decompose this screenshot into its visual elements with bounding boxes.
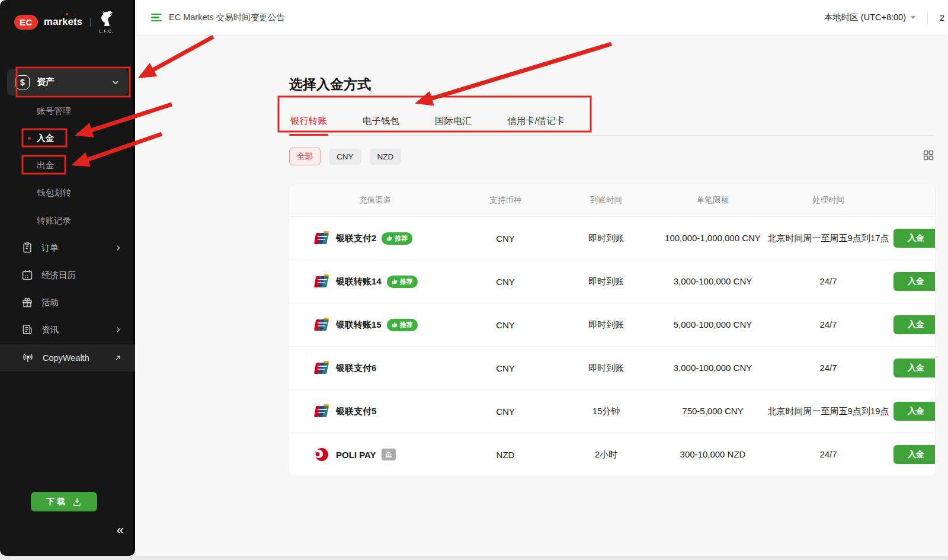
channel-name: 银联支付5 bbox=[336, 406, 376, 417]
news-icon bbox=[21, 324, 33, 335]
sidebar: EC markets | L.F.C. $ 资产 账号管理 入金 出金 钱包划转… bbox=[0, 0, 135, 556]
table-row: 银联转账14 推荐 CNY 即时到账 3,000-100,000 CNY 24/… bbox=[289, 260, 935, 303]
deposit-method-tabs: 银行转账 电子钱包 国际电汇 信用卡/借记卡 bbox=[289, 109, 935, 136]
poli-pay-icon bbox=[313, 447, 331, 462]
download-icon bbox=[72, 497, 82, 507]
channel-name: 银联支付2 bbox=[336, 233, 376, 244]
external-link-icon bbox=[114, 354, 122, 362]
bank-icon bbox=[385, 451, 392, 458]
recommended-badge: 推荐 bbox=[382, 232, 412, 245]
tab-credit-debit-card[interactable]: 信用卡/借记卡 bbox=[506, 109, 566, 135]
sidebar-item-activities[interactable]: 活动 bbox=[0, 291, 135, 313]
sidebar-item-economic-calendar[interactable]: 经济日历 bbox=[0, 264, 135, 286]
calendar-icon bbox=[21, 269, 33, 281]
deposit-channels-table: 充值渠道 支持币种 到账时间 单笔限额 处理时间 银联支付2 推荐 CNY 即时… bbox=[289, 184, 935, 476]
currency-cell: CNY bbox=[461, 320, 550, 330]
arrival-cell: 即时到账 bbox=[550, 276, 662, 287]
sidebar-item-withdraw[interactable]: 出金 bbox=[0, 156, 135, 174]
bank-badge bbox=[382, 449, 396, 460]
sidebar-item-wallet-transfer[interactable]: 钱包划转 bbox=[0, 184, 135, 201]
sidebar-item-deposit[interactable]: 入金 bbox=[0, 129, 135, 147]
limit-cell: 3,000-100,000 CNY bbox=[662, 361, 763, 375]
processing-cell: 北京时间周一至周五9点到19点 bbox=[763, 405, 893, 418]
arrival-cell: 2小时 bbox=[550, 449, 662, 460]
limit-cell: 750-5,000 CNY bbox=[662, 405, 763, 418]
timezone-selector[interactable]: 本地时区 (UTC+8:00) bbox=[824, 12, 906, 23]
limit-cell: 100,000-1,000,000 CNY bbox=[662, 232, 763, 245]
processing-cell: 24/7 bbox=[763, 318, 893, 332]
sidebar-item-copywealth[interactable]: CopyWealth bbox=[0, 344, 135, 372]
broadcast-icon bbox=[21, 352, 34, 364]
arrival-cell: 即时到账 bbox=[550, 233, 662, 244]
brand-name: markets bbox=[44, 16, 82, 28]
clock-text: 2 bbox=[940, 13, 948, 23]
sidebar-item-news[interactable]: 资讯 bbox=[0, 318, 135, 341]
header-processing: 处理时间 bbox=[763, 194, 893, 206]
currency-cell: CNY bbox=[461, 233, 550, 244]
main-content: 选择入金方式 银行转账 电子钱包 国际电汇 信用卡/借记卡 全部 CNY NZD… bbox=[137, 36, 948, 556]
deposit-button[interactable]: 入金 bbox=[893, 272, 935, 291]
processing-cell: 北京时间周一至周五9点到17点 bbox=[763, 232, 893, 245]
liverbird-icon bbox=[99, 11, 114, 28]
table-row: 银联转账15 推荐 CNY 即时到账 5,000-100,000 CNY 24/… bbox=[289, 303, 935, 346]
tab-ewallet[interactable]: 电子钱包 bbox=[361, 109, 401, 135]
currency-cell: NZD bbox=[461, 450, 550, 460]
thumbs-up-icon bbox=[392, 322, 398, 328]
arrival-cell: 15分钟 bbox=[550, 406, 662, 417]
table-row: 银联支付5 CNY 15分钟 750-5,000 CNY 北京时间周一至周五9点… bbox=[289, 389, 935, 433]
grid-view-icon[interactable] bbox=[922, 149, 935, 164]
tab-international-wire[interactable]: 国际电汇 bbox=[434, 109, 473, 135]
sidebar-item-account-management[interactable]: 账号管理 bbox=[0, 102, 135, 120]
caret-down-icon bbox=[911, 16, 915, 19]
collapse-sidebar-button[interactable]: « bbox=[117, 524, 124, 537]
ec-logo-icon: EC bbox=[14, 15, 38, 30]
channel-name: POLI PAY bbox=[336, 450, 376, 460]
filter-cny[interactable]: CNY bbox=[329, 149, 361, 165]
sidebar-item-transfer-records[interactable]: 转账记录 bbox=[0, 212, 135, 229]
arrival-cell: 即时到账 bbox=[550, 363, 662, 374]
currency-cell: CNY bbox=[461, 407, 550, 417]
unionpay-icon bbox=[313, 404, 331, 419]
announcement-text: EC Markets 交易时间变更公告 bbox=[169, 12, 285, 23]
active-dot-icon bbox=[28, 137, 31, 140]
deposit-button[interactable]: 入金 bbox=[893, 359, 935, 377]
channel-name: 银联转账15 bbox=[336, 319, 382, 331]
deposit-button[interactable]: 入金 bbox=[893, 402, 935, 421]
page-bottom-strip bbox=[0, 556, 948, 560]
thumbs-up-icon bbox=[386, 235, 392, 241]
tab-bank-transfer[interactable]: 银行转账 bbox=[289, 109, 328, 135]
header-limit: 单笔限额 bbox=[662, 194, 763, 206]
announcement-link[interactable]: EC Markets 交易时间变更公告 bbox=[151, 12, 285, 23]
sidebar-item-assets[interactable]: $ 资产 bbox=[7, 69, 128, 95]
recommended-badge: 推荐 bbox=[387, 319, 418, 331]
filter-nzd[interactable]: NZD bbox=[370, 149, 402, 165]
chevron-right-icon bbox=[114, 244, 122, 252]
divider bbox=[927, 11, 928, 24]
channel-name: 银联转账14 bbox=[336, 276, 382, 287]
table-header-row: 充值渠道 支持币种 到账时间 单笔限额 处理时间 bbox=[289, 184, 935, 216]
deposit-button[interactable]: 入金 bbox=[893, 315, 935, 334]
app-window: EC markets | L.F.C. $ 资产 账号管理 入金 出金 钱包划转… bbox=[0, 0, 948, 556]
currency-filters: 全部 CNY NZD bbox=[289, 148, 935, 165]
page-title: 选择入金方式 bbox=[289, 75, 935, 94]
unionpay-icon bbox=[313, 317, 331, 332]
arrival-cell: 即时到账 bbox=[550, 319, 662, 331]
gift-icon bbox=[21, 296, 33, 308]
download-button[interactable]: 下载 bbox=[31, 492, 97, 511]
sidebar-item-orders[interactable]: 订单 bbox=[0, 236, 135, 259]
limit-cell: 5,000-100,000 CNY bbox=[662, 318, 763, 332]
filter-all[interactable]: 全部 bbox=[289, 148, 321, 165]
topbar: EC Markets 交易时间变更公告 本地时区 (UTC+8:00) 2 bbox=[137, 0, 948, 36]
table-row: 银联支付2 推荐 CNY 即时到账 100,000-1,000,000 CNY … bbox=[289, 216, 935, 260]
unionpay-icon bbox=[313, 231, 331, 246]
deposit-button[interactable]: 入金 bbox=[893, 445, 935, 464]
chevron-down-icon bbox=[111, 78, 120, 87]
brand-logo: EC markets | L.F.C. bbox=[0, 0, 133, 33]
thumbs-up-icon bbox=[392, 279, 398, 284]
clipboard-icon bbox=[21, 242, 33, 254]
currency-cell: CNY bbox=[461, 363, 550, 373]
deposit-button[interactable]: 入金 bbox=[893, 229, 935, 248]
limit-cell: 300-10,000 NZD bbox=[662, 448, 763, 462]
header-currency: 支持币种 bbox=[461, 195, 550, 206]
logo-divider: | bbox=[89, 17, 92, 27]
